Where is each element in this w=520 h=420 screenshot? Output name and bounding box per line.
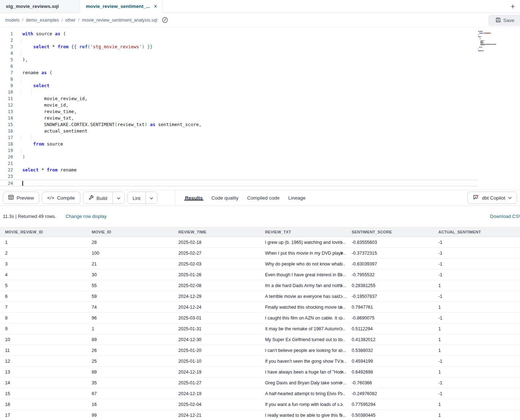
code-icon: </> (47, 196, 54, 200)
expand-cell-icon[interactable] (340, 370, 343, 374)
line-number: 4 (0, 50, 13, 57)
table-row: 6592024-12-29A terrible movie as everyon… (0, 291, 520, 302)
expand-cell-icon[interactable] (340, 284, 343, 287)
code-line-15[interactable]: 15 SNOWFLAKE.CORTEX.SENTIMENT(review_txt… (0, 121, 520, 128)
build-dropdown-button[interactable] (113, 192, 124, 204)
cell-review_time: 2025-02-08 (173, 283, 260, 288)
code-line-12[interactable]: 12 movie_id, (0, 102, 520, 108)
expand-cell-icon[interactable] (340, 359, 343, 363)
expand-cell-icon[interactable] (340, 251, 343, 255)
expand-cell-icon[interactable] (340, 305, 343, 309)
cell-sentiment_score: 0.41382012 (347, 337, 433, 342)
code-line-4[interactable]: 4 (0, 50, 520, 57)
download-csv-link[interactable]: Download CSV (490, 214, 520, 219)
cell-sentiment_score: 0.28381255 (347, 283, 433, 288)
code-line-24[interactable]: 24 (0, 180, 478, 186)
toolbar-separator (175, 190, 176, 205)
code-line-9[interactable]: 9 select (0, 82, 520, 89)
code-line-23[interactable]: 23 (0, 173, 520, 180)
code-line-22[interactable]: 22select * from rename (0, 167, 520, 173)
tab-movie-review-sentiment[interactable]: movie_review_sentiment_... × (80, 0, 162, 13)
lint-button[interactable]: Lint (128, 192, 146, 204)
line-number: 21 (0, 160, 13, 167)
table-row: 17992024-12-21I really wanted to be able… (0, 410, 520, 420)
expand-cell-icon[interactable] (340, 262, 343, 266)
code-line-20[interactable]: 20) (0, 154, 520, 160)
indent-guide (21, 134, 21, 141)
table-row: 7742024-12-24Finally watched this shocki… (0, 302, 520, 313)
preview-button[interactable]: Preview (3, 192, 39, 204)
tab-lineage[interactable]: Lineage (288, 195, 305, 201)
expand-cell-icon[interactable] (340, 327, 343, 331)
code-editor[interactable]: 1with source as (23 select * from {{ ref… (0, 27, 520, 190)
cell-movie_review_id: 3 (0, 262, 87, 267)
close-icon[interactable]: × (154, 3, 157, 10)
line-number: 15 (0, 121, 13, 128)
cell-sentiment_score: 0.77595294 (347, 402, 433, 407)
cell-actual_sentiment: 1 (433, 305, 520, 310)
new-tab-button[interactable]: + (511, 3, 515, 10)
cell-sentiment_score: 0.50380445 (347, 413, 433, 418)
dbt-copilot-button[interactable]: dbt Copilot (467, 192, 517, 204)
code-line-3[interactable]: 3 select * from {{ ref('stg_movie_review… (0, 44, 520, 50)
compile-button[interactable]: </> Compile (42, 192, 80, 204)
cell-movie_id: 16 (87, 402, 173, 407)
breadcrumb: models / demo_examples / other / movie_r… (5, 17, 168, 23)
expand-cell-icon[interactable] (340, 414, 343, 417)
line-number: 23 (0, 173, 13, 180)
code-line-14[interactable]: 14 review_txt, (0, 115, 520, 121)
tab-results[interactable]: Results (185, 195, 203, 201)
code-line-10[interactable]: 10 (0, 89, 520, 95)
table-row: 4302025-01-26Even though I have great in… (0, 269, 520, 280)
cell-movie_id: 30 (87, 272, 173, 277)
table-row: 912025-01-31It may be the remake of 1987… (0, 323, 520, 334)
code-line-1[interactable]: 1with source as ( (0, 31, 520, 37)
expand-cell-icon[interactable] (340, 349, 343, 352)
indent-guide (21, 76, 21, 82)
expand-cell-icon[interactable] (340, 316, 343, 320)
expand-cell-icon[interactable] (340, 403, 343, 406)
code-line-8[interactable]: 8 (0, 76, 520, 82)
tab-compiled-code[interactable]: Compiled code (247, 195, 279, 201)
cell-review_txt: Finally watched this shocking movie la… (260, 305, 347, 310)
cell-actual_sentiment: -1 (433, 391, 520, 396)
expand-cell-icon[interactable] (340, 295, 343, 298)
change-row-display-link[interactable]: Change row display (66, 214, 107, 219)
expand-cell-icon[interactable] (340, 338, 343, 341)
cell-movie_id: 89 (87, 370, 173, 375)
code-line-17[interactable]: 17 (0, 134, 520, 141)
docs-compass-icon[interactable] (162, 17, 168, 23)
minimap[interactable] (478, 31, 504, 53)
tab-code-quality[interactable]: Code quality (211, 195, 238, 201)
cell-movie_review_id: 7 (0, 305, 87, 310)
code-line-6[interactable]: 6 (0, 63, 520, 70)
expand-cell-icon[interactable] (340, 273, 343, 277)
line-number: 9 (0, 82, 13, 89)
lint-dropdown-button[interactable] (145, 192, 157, 204)
breadcrumb-item-file: movie_review_sentiment_analysis.sql (82, 18, 157, 23)
code-line-21[interactable]: 21 (0, 160, 520, 167)
cell-sentiment_score: 0.5388032 (347, 348, 433, 353)
tab-stg-movie-reviews[interactable]: stg_movie_reviews.sql (0, 0, 80, 13)
indent-guide (31, 134, 32, 141)
text-cursor (22, 181, 23, 186)
code-line-11[interactable]: 11 movie_review_id, (0, 95, 520, 102)
breadcrumb-item-demo-examples: demo_examples (26, 18, 59, 23)
save-button[interactable]: Save (488, 15, 520, 26)
expand-cell-icon[interactable] (340, 241, 343, 244)
expand-cell-icon[interactable] (340, 392, 343, 396)
expand-cell-icon[interactable] (340, 381, 343, 385)
code-line-5[interactable]: 5), (0, 57, 520, 63)
table-row: 8962025-03-01I caught this film on AZN o… (0, 313, 520, 323)
code-line-18[interactable]: 18 from source (0, 141, 520, 147)
code-line-16[interactable]: 16 actual_sentiment (0, 128, 520, 134)
code-line-2[interactable]: 2 (0, 37, 520, 44)
cell-sentiment_score: 0.5112294 (347, 326, 433, 331)
code-line-19[interactable]: 19 (0, 147, 520, 154)
code-line-7[interactable]: 7rename as ( (0, 70, 520, 76)
build-button[interactable]: Build (83, 192, 113, 204)
cell-review_txt: A half-hearted attempt to bring Elvis P… (260, 391, 347, 396)
cell-review_time: 2025-01-10 (173, 359, 260, 364)
indent-guide (31, 89, 32, 95)
code-line-13[interactable]: 13 review_time, (0, 108, 520, 115)
